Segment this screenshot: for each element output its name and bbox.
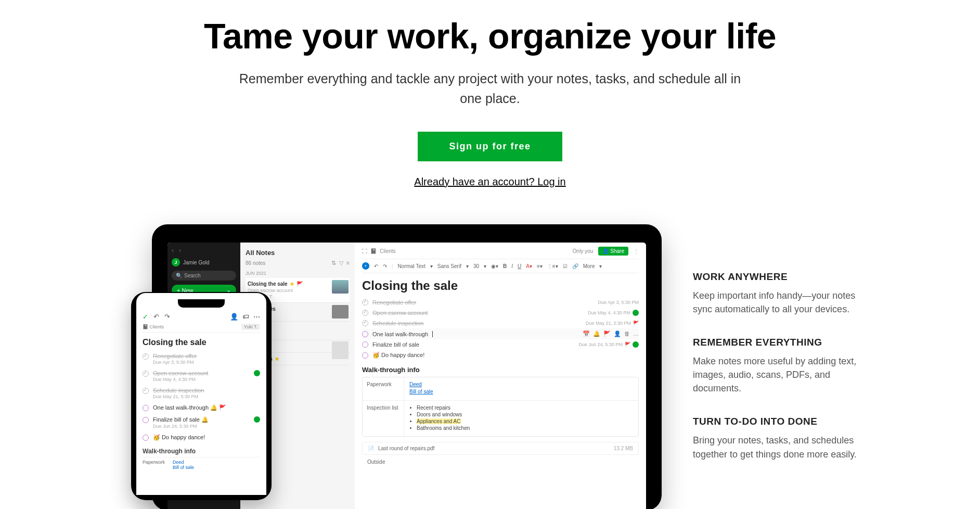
- color-icon[interactable]: ◉▾: [491, 263, 498, 269]
- attachment[interactable]: 📄 Last round of repairs.pdf 13.2 MB: [362, 442, 639, 455]
- pdf-icon: 📄: [368, 446, 374, 451]
- text-color-icon[interactable]: A▾: [526, 263, 532, 269]
- more-icon[interactable]: ⋮: [634, 248, 639, 254]
- breadcrumb[interactable]: Clients: [380, 248, 396, 254]
- privacy-label: Only you: [573, 248, 593, 254]
- task-row[interactable]: Schedule inspectionDue May 21, 2:30 PM 🚩: [362, 318, 639, 328]
- font-size-select[interactable]: 30: [473, 263, 479, 269]
- thumbnail: [332, 305, 349, 319]
- number-list-icon[interactable]: ⋮≡▾: [547, 263, 558, 269]
- link[interactable]: Deed: [409, 381, 633, 387]
- feature-heading: TURN TO-DO INTO DONE: [693, 416, 859, 427]
- caption: Outside: [362, 459, 639, 465]
- check-icon[interactable]: ✓: [143, 313, 148, 321]
- hero-title: Tame your work, organize your life: [204, 16, 776, 56]
- bullet-list-icon[interactable]: ≡▾: [537, 263, 543, 269]
- tag-icon[interactable]: 🏷: [242, 313, 249, 321]
- back-icon: ‹: [172, 247, 174, 254]
- calendar-icon[interactable]: 📅: [583, 330, 590, 337]
- redo-icon[interactable]: ↷: [164, 313, 170, 321]
- check-list-icon[interactable]: ☑: [563, 263, 568, 269]
- task-row[interactable]: 🥳 Do happy dance!: [143, 431, 260, 443]
- task-row[interactable]: Renegotiate offerDue Apr 3, 5:30 PM: [143, 350, 260, 367]
- view-icon[interactable]: ≡: [346, 260, 350, 266]
- task-row[interactable]: Finalize bill of sale 🔔Due Jun 24, 5:30 …: [143, 414, 260, 431]
- expand-icon[interactable]: ⛶: [362, 248, 367, 254]
- task-row[interactable]: One last walk-through📅🔔🚩👤🗑…: [362, 328, 639, 339]
- avatar: J: [172, 258, 180, 266]
- more-icon[interactable]: ⋯: [253, 313, 260, 321]
- avatar-badge: [254, 416, 260, 423]
- link[interactable]: Bill of sale: [409, 389, 633, 395]
- feature-heading: WORK ANYWHERE: [693, 271, 859, 283]
- notebook-icon: 📓: [143, 324, 148, 329]
- task-row[interactable]: Schedule inspectionDue May 21, 5:30 PM: [143, 385, 260, 402]
- undo-icon[interactable]: ↶: [153, 313, 159, 321]
- note-title[interactable]: Closing the sale: [143, 338, 260, 347]
- flag-icon: 🚩: [633, 321, 639, 326]
- section-heading: Walk-through info: [362, 366, 639, 374]
- sort-icon[interactable]: ⇅: [331, 260, 336, 266]
- font-family-select[interactable]: Sans Serif: [437, 263, 461, 269]
- hero-section: Tame your work, organize your life Remem…: [204, 0, 776, 188]
- table-label: Paperwork: [363, 377, 404, 400]
- search-input[interactable]: 🔍 Search: [172, 271, 236, 281]
- note-count: 86 notes: [246, 260, 265, 266]
- feature-block: WORK ANYWHERE Keep important info handy—…: [693, 271, 859, 316]
- reminder-icon[interactable]: 🔔: [593, 330, 600, 337]
- list-item: Doors and windows: [417, 412, 633, 417]
- link-icon[interactable]: 🔗: [572, 263, 578, 269]
- phone-frame: ✓ ↶ ↷ 👤 🏷 ⋯ 📓 Clients Yuki T.: [131, 292, 272, 500]
- link[interactable]: Bill of sale: [173, 465, 194, 470]
- filter-icon[interactable]: ▽: [339, 260, 343, 266]
- more-toolbar[interactable]: More: [583, 263, 595, 269]
- table-label: Inspection list: [363, 401, 404, 436]
- task-row[interactable]: Open escrow accountDue May 4, 4:30 PM: [362, 308, 639, 318]
- avatar-badge: [633, 310, 639, 316]
- redo-icon[interactable]: ↷: [383, 263, 387, 269]
- flag-icon[interactable]: 🚩: [603, 330, 611, 337]
- task-row[interactable]: Finalize bill of saleDue Jun 24, 5:30 PM…: [362, 339, 639, 350]
- task-row[interactable]: 🥳 Do happy dance!: [362, 350, 639, 361]
- info-table: Paperwork Deed Bill of sale Inspection l…: [362, 377, 639, 437]
- feature-block: TURN TO-DO INTO DONE Bring your notes, t…: [693, 416, 859, 461]
- login-link[interactable]: Already have an account? Log in: [204, 176, 776, 188]
- undo-icon[interactable]: ↶: [374, 263, 378, 269]
- italic-icon[interactable]: I: [511, 263, 513, 269]
- feature-heading: REMEMBER EVERYTHING: [693, 337, 859, 348]
- list-item: Bathrooms and kitchen: [417, 425, 633, 431]
- avatar-badge: [254, 370, 260, 376]
- task-row[interactable]: Renegotiate offerDue Apr 3, 5:30 PM: [362, 297, 639, 308]
- feature-block: REMEMBER EVERYTHING Make notes more usef…: [693, 337, 859, 395]
- more-icon[interactable]: …: [633, 330, 639, 337]
- bold-icon[interactable]: B: [503, 263, 507, 269]
- list-item: Recent repairs: [417, 405, 633, 411]
- search-icon: 🔍: [176, 273, 182, 278]
- signup-button[interactable]: Sign up for free: [418, 132, 562, 161]
- underline-icon[interactable]: U: [518, 263, 521, 269]
- person-icon: 👤: [602, 248, 609, 254]
- assign-icon[interactable]: 👤: [614, 330, 621, 337]
- breadcrumb[interactable]: Clients: [150, 324, 164, 329]
- note-editor: ⛶ 📓 Clients Only you 👤Share ⋮ + ↶ ↷ |: [355, 243, 646, 509]
- text-style-select[interactable]: Normal Text: [398, 263, 425, 269]
- insert-icon[interactable]: +: [362, 262, 369, 270]
- link[interactable]: Deed: [173, 460, 194, 465]
- note-title[interactable]: Closing the sale: [362, 278, 639, 293]
- file-size: 13.2 MB: [614, 446, 633, 451]
- forward-icon: ›: [179, 247, 181, 254]
- tag[interactable]: Yuki T.: [241, 324, 260, 330]
- section-heading: Walk-through info: [143, 448, 260, 455]
- features-column: WORK ANYWHERE Keep important info handy—…: [693, 224, 859, 505]
- feature-body: Make notes more useful by adding text, i…: [693, 354, 859, 395]
- task-row[interactable]: One last walk-through 🔔 🚩: [143, 402, 260, 414]
- editor-toolbar: + ↶ ↷ | Normal Text▾ Sans Serif▾ 30▾ ◉▾ …: [362, 259, 639, 273]
- share-button[interactable]: 👤Share: [598, 247, 628, 256]
- person-add-icon[interactable]: 👤: [230, 313, 238, 321]
- delete-icon[interactable]: 🗑: [624, 330, 630, 337]
- task-row[interactable]: Open escrow accountDue May 4, 4:30 PM: [143, 367, 260, 385]
- feature-body: Keep important info handy—your notes syn…: [693, 289, 859, 316]
- feature-body: Bring your notes, tasks, and schedules t…: [693, 434, 859, 461]
- flag-icon: 🚩: [625, 342, 630, 347]
- info-table: Paperwork Deed Bill of sale: [143, 457, 260, 470]
